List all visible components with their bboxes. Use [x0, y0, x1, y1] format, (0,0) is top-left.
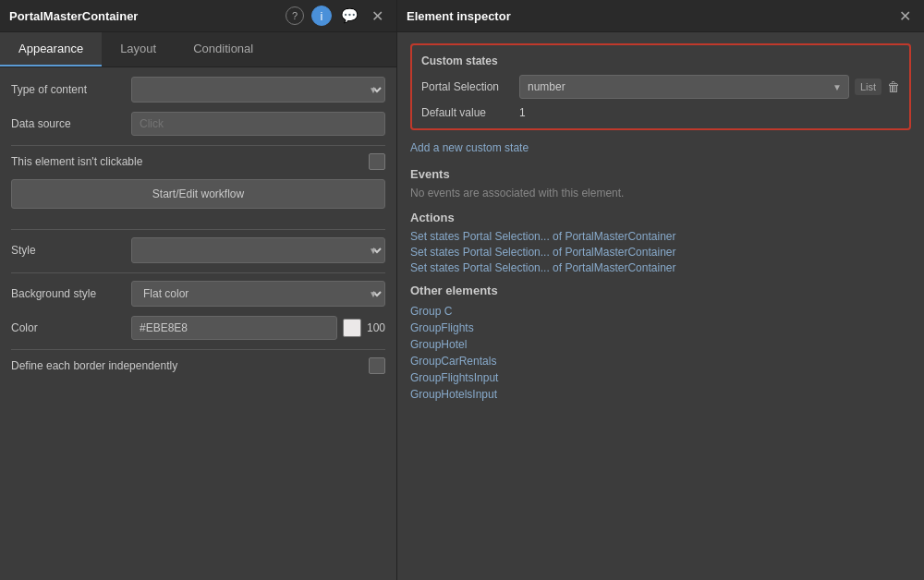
other-element-3[interactable]: GroupCarRentals [410, 353, 911, 369]
background-style-label: Background style [11, 287, 131, 300]
background-style-select-wrapper: Flat color [131, 281, 385, 307]
style-select[interactable] [131, 237, 385, 263]
style-label: Style [11, 244, 131, 257]
other-elements-list: Group C GroupFlights GroupHotel GroupCar… [410, 303, 911, 403]
border-label: Define each border independently [11, 359, 369, 372]
list-badge: List [855, 79, 881, 95]
right-panel-title: Element inspector [407, 9, 894, 23]
data-source-input[interactable] [131, 112, 385, 136]
events-title: Events [410, 167, 911, 181]
type-of-content-row: Type of content [11, 77, 385, 103]
default-value-row: Default value 1 [421, 106, 900, 119]
color-label: Color [11, 321, 131, 334]
other-element-1[interactable]: GroupFlights [410, 320, 911, 336]
right-content: Custom states Portal Selection number te… [397, 32, 924, 580]
left-close-icon[interactable]: ✕ [367, 6, 387, 26]
other-element-5[interactable]: GroupHotelsInput [410, 386, 911, 403]
tab-conditional[interactable]: Conditional [175, 32, 272, 66]
help-icon[interactable]: ? [286, 6, 304, 25]
type-of-content-select[interactable] [131, 77, 385, 103]
background-style-select[interactable]: Flat color [131, 281, 385, 307]
color-hex-input[interactable]: #EBE8E8 [131, 316, 337, 340]
other-element-2[interactable]: GroupHotel [410, 336, 911, 353]
color-swatch[interactable] [343, 319, 361, 337]
data-source-label: Data source [11, 117, 131, 130]
workflow-button[interactable]: Start/Edit workflow [11, 179, 385, 209]
tabs-bar: Appearance Layout Conditional [0, 32, 396, 67]
not-clickable-label: This element isn't clickable [11, 155, 369, 168]
tab-layout[interactable]: Layout [102, 32, 175, 66]
background-style-row: Background style Flat color [11, 281, 385, 307]
left-panel: PortalMasterContainer ? i 💬 ✕ Appearance… [0, 0, 397, 580]
color-opacity-value: 100 [367, 321, 385, 334]
portal-selection-label: Portal Selection [421, 80, 514, 93]
custom-states-title: Custom states [421, 54, 900, 67]
custom-states-box: Custom states Portal Selection number te… [410, 43, 911, 130]
default-value-label: Default value [421, 106, 514, 119]
style-row: Style [11, 237, 385, 263]
trash-icon[interactable]: 🗑 [887, 79, 900, 94]
divider-1 [11, 145, 385, 146]
left-header: PortalMasterContainer ? i 💬 ✕ [0, 0, 396, 32]
state-type-wrapper: number text boolean [519, 75, 849, 99]
divider-3 [11, 272, 385, 273]
default-value-display: 1 [519, 106, 526, 119]
style-select-wrapper [131, 237, 385, 263]
color-row: Color #EBE8E8 100 [11, 316, 385, 340]
action-item-2[interactable]: Set states Portal Selection... of Portal… [410, 246, 911, 259]
left-panel-title: PortalMasterContainer [9, 9, 278, 23]
action-item-1[interactable]: Set states Portal Selection... of Portal… [410, 230, 911, 243]
border-checkbox[interactable] [369, 357, 385, 374]
other-element-4[interactable]: GroupFlightsInput [410, 369, 911, 386]
not-clickable-checkbox[interactable] [369, 153, 385, 170]
type-of-content-label: Type of content [11, 83, 131, 96]
not-clickable-row: This element isn't clickable [11, 153, 385, 170]
add-state-link[interactable]: Add a new custom state [410, 141, 911, 154]
right-close-icon[interactable]: ✕ [894, 6, 915, 26]
state-type-select[interactable]: number text boolean [519, 75, 849, 99]
state-row: Portal Selection number text boolean Lis… [421, 75, 900, 99]
right-panel: Element inspector ✕ Custom states Portal… [397, 0, 924, 580]
chat-icon[interactable]: 💬 [339, 6, 359, 26]
divider-2 [11, 229, 385, 230]
other-element-0[interactable]: Group C [410, 303, 911, 320]
data-source-row: Data source [11, 112, 385, 136]
border-row: Define each border independently [11, 357, 385, 374]
info-icon[interactable]: i [311, 6, 332, 26]
actions-title: Actions [410, 211, 911, 224]
other-elements-title: Other elements [410, 284, 911, 297]
action-item-3[interactable]: Set states Portal Selection... of Portal… [410, 261, 911, 274]
type-of-content-select-wrapper [131, 77, 385, 103]
left-content: Type of content Data source This element… [0, 67, 396, 580]
divider-4 [11, 349, 385, 350]
right-header: Element inspector ✕ [397, 0, 924, 32]
no-events-text: No events are associated with this eleme… [410, 187, 911, 199]
tab-appearance[interactable]: Appearance [0, 32, 102, 66]
